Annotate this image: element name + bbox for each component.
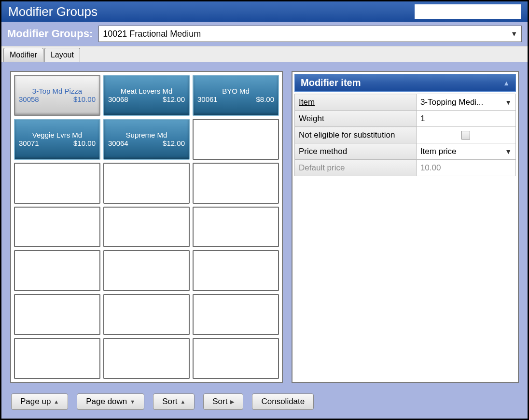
modifier-button-empty[interactable] bbox=[103, 294, 190, 335]
item-dropdown[interactable]: 3-Topping Medi... ▼ bbox=[420, 98, 512, 107]
titlebar: Modifier Groups bbox=[1, 1, 528, 22]
modifier-button-empty[interactable] bbox=[193, 207, 279, 248]
modifier-button-30068[interactable]: Meat Lovers Md30068$12.00 bbox=[103, 75, 190, 116]
modifier-button-30064[interactable]: Supreme Md30064$12.00 bbox=[103, 119, 190, 160]
properties-header[interactable]: Modifier item ▲ bbox=[294, 74, 516, 92]
modifier-button-30061[interactable]: BYO Md30061$8.00 bbox=[193, 75, 279, 116]
price-method-dropdown[interactable]: Item price ▼ bbox=[420, 147, 512, 156]
modifier-button-empty[interactable] bbox=[14, 207, 100, 248]
panels: 3-Top Md Pizza30058$10.00Meat Lovers Md3… bbox=[10, 71, 519, 383]
group-selector-value: 10021 Fractional Medium bbox=[103, 29, 201, 39]
row-not-eligible: Not eligible for substitution bbox=[295, 127, 516, 143]
modifier-info-row: 30071$10.00 bbox=[19, 139, 96, 147]
item-value: 3-Topping Medi... bbox=[420, 98, 483, 107]
modifier-button-30058[interactable]: 3-Top Md Pizza30058$10.00 bbox=[14, 75, 100, 116]
chevron-down-icon: ▼ bbox=[505, 98, 512, 106]
not-eligible-label: Not eligible for substitution bbox=[295, 127, 417, 143]
consolidate-label: Consolidate bbox=[261, 397, 305, 406]
modifier-button-empty[interactable] bbox=[193, 338, 279, 379]
not-eligible-checkbox[interactable] bbox=[461, 131, 470, 140]
modifier-info-row: 30068$12.00 bbox=[108, 95, 185, 103]
window-title: Modifier Groups bbox=[8, 4, 415, 19]
modifier-button-empty[interactable] bbox=[14, 250, 100, 291]
item-label: Item bbox=[299, 98, 315, 107]
modifier-info-row: 30064$12.00 bbox=[108, 139, 185, 147]
modifier-price: $12.00 bbox=[163, 95, 185, 103]
properties-panel: Modifier item ▲ Item 3-Topping Medi... ▼ bbox=[292, 71, 519, 383]
body-area: 3-Top Md Pizza30058$10.00Meat Lovers Md3… bbox=[1, 62, 528, 419]
modifier-button-empty[interactable] bbox=[193, 294, 279, 335]
footer-buttons: Page up ▲ Page down ▼ Sort ▲ Sort ▶ Cons… bbox=[10, 393, 519, 410]
chevron-down-icon: ▼ bbox=[505, 148, 512, 155]
modifier-name: BYO Md bbox=[197, 87, 274, 95]
modifier-groups-window: Modifier Groups Modifier Groups: 10021 F… bbox=[0, 0, 529, 420]
row-item: Item 3-Topping Medi... ▼ bbox=[295, 94, 516, 111]
row-weight: Weight 1 bbox=[295, 111, 516, 127]
chevron-down-icon: ▼ bbox=[511, 30, 517, 38]
modifier-price: $10.00 bbox=[73, 95, 96, 103]
sort-up-label: Sort bbox=[162, 397, 177, 406]
collapse-up-icon[interactable]: ▲ bbox=[503, 79, 510, 87]
modifier-button-empty[interactable] bbox=[103, 250, 190, 291]
sort-right-label: Sort bbox=[212, 397, 227, 406]
arrow-up-icon: ▲ bbox=[54, 399, 59, 405]
modifier-button-empty[interactable] bbox=[14, 338, 100, 379]
page-down-label: Page down bbox=[86, 397, 127, 406]
group-selector-label: Modifier Groups: bbox=[7, 28, 93, 40]
page-up-button[interactable]: Page up ▲ bbox=[11, 393, 68, 410]
modifier-grid: 3-Top Md Pizza30058$10.00Meat Lovers Md3… bbox=[10, 71, 283, 383]
modifier-button-empty[interactable] bbox=[14, 294, 100, 335]
tab-modifier[interactable]: Modifier bbox=[3, 48, 43, 62]
group-selector-row: Modifier Groups: 10021 Fractional Medium… bbox=[1, 22, 528, 46]
modifier-name: Supreme Md bbox=[108, 131, 185, 139]
modifier-name: 3-Top Md Pizza bbox=[19, 87, 96, 95]
modifier-button-empty[interactable] bbox=[193, 119, 279, 160]
modifier-price: $12.00 bbox=[163, 139, 185, 147]
default-price-label: Default price bbox=[295, 160, 417, 176]
modifier-info-row: 30058$10.00 bbox=[19, 95, 96, 103]
tab-layout[interactable]: Layout bbox=[44, 48, 80, 62]
modifier-price: $10.00 bbox=[73, 139, 96, 147]
modifier-button-empty[interactable] bbox=[193, 250, 279, 291]
modifier-name: Veggie Lvrs Md bbox=[19, 131, 96, 139]
price-method-label: Price method bbox=[295, 143, 417, 160]
modifier-id: 30058 bbox=[19, 95, 39, 103]
row-default-price: Default price 10.00 bbox=[295, 160, 516, 176]
weight-label: Weight bbox=[295, 111, 417, 127]
arrow-right-icon: ▶ bbox=[230, 399, 234, 405]
modifier-name: Meat Lovers Md bbox=[108, 87, 185, 95]
sort-up-button[interactable]: Sort ▲ bbox=[153, 393, 195, 410]
modifier-button-empty[interactable] bbox=[14, 163, 100, 204]
price-method-value: Item price bbox=[420, 147, 457, 156]
row-price-method: Price method Item price ▼ bbox=[295, 143, 516, 160]
weight-value[interactable]: 1 bbox=[416, 111, 515, 127]
modifier-button-30071[interactable]: Veggie Lvrs Md30071$10.00 bbox=[14, 119, 100, 160]
modifier-button-empty[interactable] bbox=[103, 338, 190, 379]
modifier-id: 30071 bbox=[19, 139, 39, 147]
modifier-info-row: 30061$8.00 bbox=[197, 95, 274, 103]
modifier-price: $8.00 bbox=[256, 95, 274, 103]
group-selector-dropdown[interactable]: 10021 Fractional Medium ▼ bbox=[98, 26, 522, 42]
modifier-button-empty[interactable] bbox=[103, 207, 190, 248]
properties-title: Modifier item bbox=[301, 77, 361, 88]
tab-strip: Modifier Layout bbox=[1, 46, 528, 62]
default-price-value: 10.00 bbox=[416, 160, 515, 176]
modifier-button-empty[interactable] bbox=[103, 163, 190, 204]
sort-right-button[interactable]: Sort ▶ bbox=[203, 393, 243, 410]
page-down-button[interactable]: Page down ▼ bbox=[77, 393, 144, 410]
modifier-id: 30061 bbox=[197, 95, 218, 103]
properties-table: Item 3-Topping Medi... ▼ Weight 1 bbox=[294, 94, 516, 176]
arrow-down-icon: ▼ bbox=[130, 399, 135, 405]
arrow-up-icon: ▲ bbox=[180, 399, 185, 405]
titlebar-search-input[interactable] bbox=[415, 4, 521, 19]
modifier-button-empty[interactable] bbox=[193, 163, 279, 204]
consolidate-button[interactable]: Consolidate bbox=[252, 393, 314, 410]
page-up-label: Page up bbox=[20, 397, 51, 406]
modifier-id: 30068 bbox=[108, 95, 128, 103]
modifier-id: 30064 bbox=[108, 139, 128, 147]
